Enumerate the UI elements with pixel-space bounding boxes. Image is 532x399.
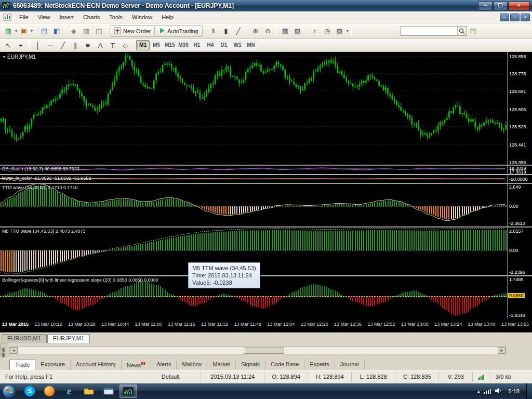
mdi-minimize-button[interactable]: – [500, 14, 509, 21]
fibonacci-button[interactable]: ≡ [82, 39, 94, 51]
lswpr-canvas[interactable] [0, 175, 507, 183]
menu-insert[interactable]: Insert [55, 12, 78, 22]
templates-button[interactable]: ▨ [334, 25, 346, 37]
terminal-tab-alerts[interactable]: Alerts [151, 359, 177, 370]
trendline-button[interactable]: ╱ [57, 39, 69, 51]
terminal-tab-signals[interactable]: Signals [236, 359, 265, 370]
scroll-left-arrow-icon[interactable]: ◂ [10, 347, 18, 354]
line-chart-button[interactable]: ╱ [232, 25, 245, 37]
minimize-button[interactable]: – [478, 2, 493, 10]
taskbar-ie-icon[interactable]: e [60, 384, 78, 398]
periods-button[interactable]: ◷ [321, 25, 334, 37]
menu-window[interactable]: Window [127, 12, 157, 22]
chart-menu-icon[interactable] [3, 14, 11, 21]
zoom-in-button[interactable]: ⊕ [249, 25, 262, 37]
terminal-tab-market[interactable]: Market [207, 359, 236, 370]
start-button[interactable] [2, 384, 17, 399]
new-order-button[interactable]: New Order [110, 25, 155, 37]
taskbar-explorer-icon[interactable] [100, 384, 117, 398]
menu-tools[interactable]: Tools [104, 12, 127, 22]
status-profile[interactable]: Default [140, 372, 201, 382]
menu-view[interactable]: View [33, 12, 55, 22]
taskbar-skype-icon[interactable]: S [21, 384, 38, 398]
ttm-wave-canvas[interactable] [0, 184, 507, 227]
scroll-right-arrow-icon[interactable]: ▸ [498, 347, 506, 354]
notebook-button[interactable]: ▤ [467, 25, 480, 37]
price-scale-divider [507, 52, 508, 318]
cascade-windows-button[interactable]: ▧ [291, 25, 304, 37]
arrows-button[interactable]: ◇ [119, 39, 131, 51]
taskbar-mt4-icon[interactable] [119, 384, 137, 398]
market-watch-button[interactable]: ▤ [38, 25, 50, 37]
tray-volume-icon[interactable] [495, 387, 502, 396]
close-button[interactable]: × [508, 2, 530, 10]
taskbar-clock[interactable]: 5:18 [506, 388, 523, 394]
ds-stoch-canvas[interactable] [0, 166, 507, 174]
timeframe-w1-button[interactable]: W1 [231, 40, 244, 50]
taskbar-folder-icon[interactable] [80, 384, 98, 398]
terminal-tab-trade[interactable]: Trade [9, 359, 35, 370]
show-desktop-button[interactable] [526, 383, 532, 399]
chart-tab-eurusd-m1[interactable]: EURUSD,M1 [2, 334, 47, 343]
ttm-wave-panel[interactable]: TTM wave (34,45,53) 0.1710 0.1710 [0, 184, 507, 227]
symbol-search-input[interactable] [401, 26, 457, 35]
text-button[interactable]: A [94, 39, 107, 51]
text-label-button[interactable]: T [107, 39, 119, 51]
navigator-button[interactable]: ◈ [68, 25, 80, 37]
data-window-button[interactable]: ◧ [50, 25, 63, 37]
timeframe-d1-button[interactable]: D1 [217, 40, 231, 50]
cursor-button[interactable]: ↖ [2, 39, 15, 51]
channel-button[interactable]: ∥ [69, 39, 82, 51]
mdi-close-button[interactable]: × [521, 14, 530, 21]
search-icon[interactable] [457, 26, 467, 35]
timeframe-m15-button[interactable]: M15 [163, 40, 177, 50]
time-axis[interactable]: 13 Mar 201513 Mar 10:1213 Mar 10:2813 Ma… [0, 318, 532, 332]
strategy-tester-button[interactable]: ◫ [92, 25, 105, 37]
terminal-tab-experts[interactable]: Experts [304, 359, 335, 370]
terminal-tab-exposure[interactable]: Exposure [35, 359, 70, 370]
new-chart-button[interactable]: ▦ [2, 25, 15, 37]
horizontal-line-button[interactable]: ─ [44, 39, 57, 51]
chart-tab-eurjpy-m1[interactable]: EURJPY,M1 [47, 334, 90, 343]
mdi-restore-button[interactable]: ▫ [510, 14, 520, 21]
terminal-panel-button[interactable]: ▥ [80, 25, 92, 37]
cursor-icon: ↖ [6, 42, 11, 49]
chart-workspace[interactable]: ▾ EURJPY,M1 DS_Stoch (13,32,7) 80.9858 6… [0, 52, 532, 332]
terminal-tab-news[interactable]: News99 [122, 359, 151, 370]
autotrading-button[interactable]: AutoTrading [155, 25, 203, 37]
timeframe-mn-button[interactable]: MN [244, 40, 258, 50]
tray-network-icon[interactable] [484, 387, 491, 396]
bar-chart-button[interactable]: ‖ [207, 25, 220, 37]
timeframe-m5-button[interactable]: M5 [150, 40, 163, 50]
menu-charts[interactable]: Charts [78, 12, 104, 22]
tray-hidden-icons-icon[interactable]: ▴ [477, 389, 480, 394]
timeframe-m1-button[interactable]: M1 [136, 40, 150, 50]
timeframe-h4-button[interactable]: H4 [204, 40, 217, 50]
ds-stoch-panel[interactable]: DS_Stoch (13,32,7) 80.9858 63.7923 [0, 166, 507, 174]
menu-help[interactable]: Help [157, 12, 178, 22]
horizontal-scrollbar[interactable]: ◂ ▸ [9, 347, 506, 354]
candlestick-canvas[interactable] [0, 52, 507, 165]
timeframe-h1-button[interactable]: H1 [190, 40, 204, 50]
crosshair-button[interactable]: + [15, 39, 27, 51]
lswpr-panel[interactable]: lswpr_in_color -51.8592 -51.8592 -51.859… [0, 175, 507, 183]
main-chart-panel[interactable]: ▾ EURJPY,M1 [0, 52, 507, 165]
toolbar-separator [65, 26, 65, 36]
scrollbar-thumb[interactable] [244, 347, 284, 354]
profiles-dropdown-icon[interactable]: ▾ [30, 29, 33, 33]
indicators-button[interactable]: + [309, 25, 321, 37]
profiles-button[interactable]: ▣ [18, 25, 30, 37]
terminal-tab-code-base[interactable]: Code Base [265, 359, 304, 370]
maximize-button[interactable]: ❐ [493, 2, 508, 10]
terminal-tab-account-history[interactable]: Account History [71, 359, 122, 370]
candlestick-chart-button[interactable]: ▮ [220, 25, 232, 37]
vertical-line-button[interactable]: │ [32, 39, 44, 51]
terminal-tab-journal[interactable]: Journal [335, 359, 365, 370]
menu-file[interactable]: File [15, 12, 33, 22]
zoom-out-button[interactable]: ⊖ [262, 25, 274, 37]
templates-dropdown-icon[interactable]: ▾ [346, 29, 349, 33]
taskbar-firefox-icon[interactable] [41, 384, 58, 398]
terminal-tab-mailbox[interactable]: Mailbox [177, 359, 207, 370]
tile-windows-button[interactable]: ▦ [279, 25, 291, 37]
timeframe-m30-button[interactable]: M30 [177, 40, 190, 50]
